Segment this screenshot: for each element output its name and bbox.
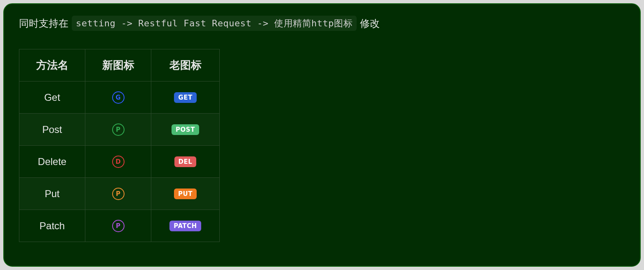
old-icon-cell: GET: [151, 81, 220, 114]
col-new-icon: 新图标: [85, 49, 151, 81]
table-row: DeleteDDEL: [19, 146, 220, 178]
description-line: 同时支持在 setting -> Restful Fast Request ->…: [19, 16, 625, 31]
method-badge-icon: POST: [172, 124, 199, 135]
info-panel: 同时支持在 setting -> Restful Fast Request ->…: [3, 3, 641, 267]
method-name-cell: Patch: [19, 210, 85, 242]
new-icon-cell: P: [85, 178, 151, 210]
method-name-cell: Post: [19, 114, 85, 146]
new-icon-cell: P: [85, 114, 151, 146]
table-row: PatchPPATCH: [19, 210, 220, 242]
table-row: PutPPUT: [19, 178, 220, 210]
col-old-icon: 老图标: [151, 49, 220, 81]
method-circle-icon: P: [112, 123, 125, 136]
method-badge-icon: DEL: [174, 156, 197, 167]
new-icon-cell: D: [85, 146, 151, 178]
method-badge-icon: GET: [174, 92, 196, 103]
new-icon-cell: G: [85, 81, 151, 114]
table-row: GetGGET: [19, 81, 220, 114]
setting-path-code: setting -> Restful Fast Request -> 使用精简h…: [72, 16, 357, 31]
method-circle-icon: P: [112, 220, 125, 232]
method-badge-icon: PATCH: [169, 221, 201, 231]
table-header-row: 方法名 新图标 老图标: [19, 49, 220, 81]
method-name-cell: Get: [19, 81, 85, 114]
method-circle-icon: D: [112, 156, 125, 168]
method-circle-icon: P: [112, 188, 125, 200]
description-suffix: 修改: [360, 16, 380, 31]
method-name-cell: Delete: [19, 146, 85, 178]
old-icon-cell: PATCH: [151, 210, 220, 242]
http-icon-table: 方法名 新图标 老图标 GetGGETPostPPOSTDeleteDDELPu…: [19, 49, 220, 242]
table-row: PostPPOST: [19, 114, 220, 146]
col-method-name: 方法名: [19, 49, 85, 81]
old-icon-cell: DEL: [151, 146, 220, 178]
old-icon-cell: PUT: [151, 178, 220, 210]
old-icon-cell: POST: [151, 114, 220, 146]
method-badge-icon: PUT: [174, 189, 197, 199]
description-prefix: 同时支持在: [19, 16, 68, 31]
method-name-cell: Put: [19, 178, 85, 210]
method-circle-icon: G: [112, 91, 125, 104]
new-icon-cell: P: [85, 210, 151, 242]
